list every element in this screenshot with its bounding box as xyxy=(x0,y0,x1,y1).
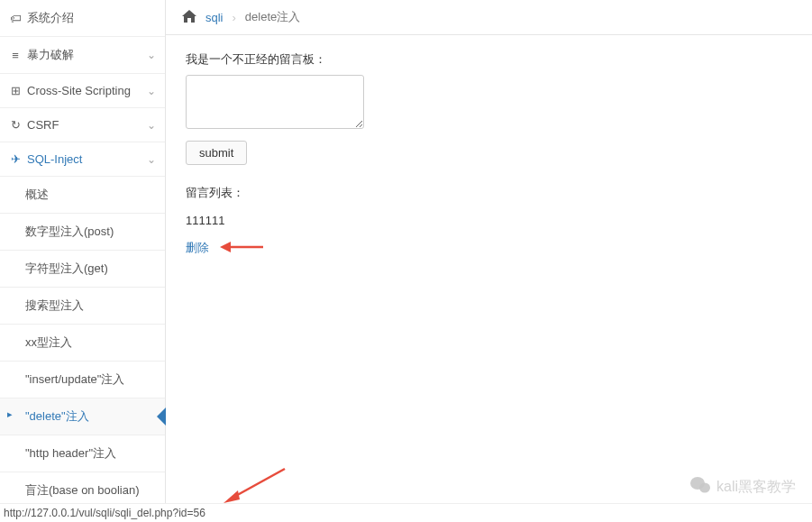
chevron-down-icon: ⌄ xyxy=(147,119,156,132)
menu-label: Cross-Site Scripting xyxy=(27,84,131,97)
watermark: kali黑客教学 xyxy=(689,476,796,499)
svg-marker-1 xyxy=(220,242,231,252)
arrow-annotation-icon xyxy=(224,467,287,506)
delete-link[interactable]: 删除 xyxy=(186,241,209,254)
grid-icon: ⊞ xyxy=(9,84,22,97)
message-textarea[interactable] xyxy=(186,75,364,129)
form-label: 我是一个不正经的留言板： xyxy=(186,51,792,68)
menu-csrf[interactable]: ↻CSRF ⌄ xyxy=(0,108,165,142)
plane-icon: ✈ xyxy=(9,152,22,166)
sub-search[interactable]: 搜索型注入 xyxy=(0,288,165,325)
menu-sql-inject[interactable]: ✈SQL-Inject ⌄ xyxy=(0,142,165,177)
menu-label: 暴力破解 xyxy=(27,47,74,63)
list-label: 留言列表： xyxy=(186,185,792,201)
menu-system-intro[interactable]: 🏷系统介绍 xyxy=(0,0,165,37)
chevron-down-icon: ⌄ xyxy=(147,49,156,61)
sub-char-get[interactable]: 字符型注入(get) xyxy=(0,251,165,288)
arrow-annotation-icon xyxy=(220,241,263,256)
sub-overview[interactable]: 概述 xyxy=(0,177,165,214)
menu-label: CSRF xyxy=(27,118,59,132)
watermark-text: kali黑客教学 xyxy=(716,478,796,497)
menu-xss[interactable]: ⊞Cross-Site Scripting ⌄ xyxy=(0,74,165,108)
menu-label: 系统介绍 xyxy=(27,10,74,26)
status-bar: http://127.0.0.1/vul/sqli/sqli_del.php?i… xyxy=(0,503,812,522)
breadcrumb-sqli[interactable]: sqli xyxy=(205,11,224,24)
home-icon[interactable] xyxy=(182,10,196,25)
sidebar: 🏷系统介绍 ≡暴力破解 ⌄ ⊞Cross-Site Scripting ⌄ ↻C… xyxy=(0,0,166,522)
chevron-down-icon: ⌄ xyxy=(147,85,156,97)
tag-icon: 🏷 xyxy=(9,12,22,25)
message-item: 111111 xyxy=(186,214,792,227)
breadcrumb-current: delete注入 xyxy=(245,9,300,25)
main-content: sqli › delete注入 我是一个不正经的留言板： submit 留言列表… xyxy=(166,0,812,522)
sub-xx[interactable]: xx型注入 xyxy=(0,325,165,362)
submenu: 概述 数字型注入(post) 字符型注入(get) 搜索型注入 xx型注入 "i… xyxy=(0,177,165,522)
wechat-icon xyxy=(689,476,711,499)
svg-point-5 xyxy=(699,483,710,493)
chevron-right-icon: › xyxy=(233,11,236,24)
chevron-down-icon: ⌄ xyxy=(147,153,156,166)
sub-numeric-post[interactable]: 数字型注入(post) xyxy=(0,214,165,251)
sub-delete[interactable]: "delete"注入 xyxy=(0,398,165,435)
submit-button[interactable]: submit xyxy=(186,141,247,165)
refresh-icon: ↻ xyxy=(9,118,22,132)
list-icon: ≡ xyxy=(9,49,22,62)
svg-line-2 xyxy=(233,469,285,498)
menu-label: SQL-Inject xyxy=(27,152,82,166)
breadcrumb: sqli › delete注入 xyxy=(166,0,812,35)
menu-brute-force[interactable]: ≡暴力破解 ⌄ xyxy=(0,37,165,74)
sub-http-header[interactable]: "http header"注入 xyxy=(0,435,165,472)
sub-insert-update[interactable]: "insert/update"注入 xyxy=(0,362,165,398)
svg-marker-3 xyxy=(224,490,240,503)
